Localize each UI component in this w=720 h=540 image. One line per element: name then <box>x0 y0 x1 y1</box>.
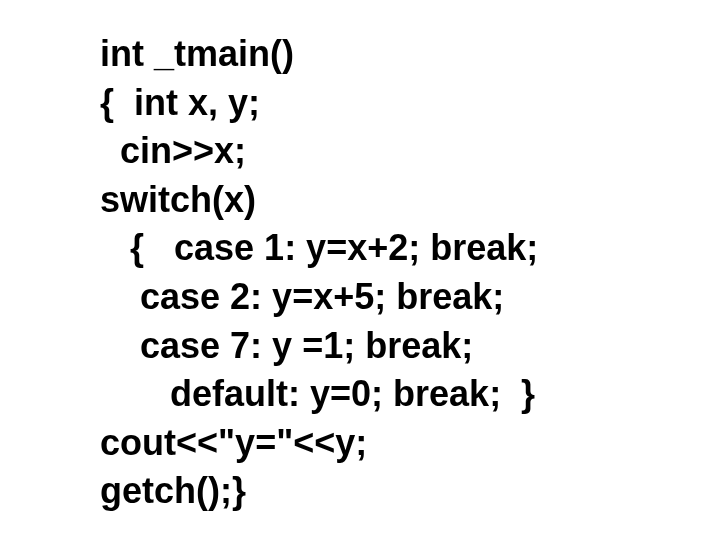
code-line-2: { int x, y; <box>100 79 720 128</box>
code-line-8: default: y=0; break; } <box>100 370 720 419</box>
code-line-6: case 2: y=x+5; break; <box>100 273 720 322</box>
code-line-3: cin>>x; <box>100 127 720 176</box>
code-line-1: int _tmain() <box>100 30 720 79</box>
code-line-9: cout<<"y="<<y; <box>100 419 720 468</box>
code-line-7: case 7: y =1; break; <box>100 322 720 371</box>
code-line-4: switch(x) <box>100 176 720 225</box>
code-line-5: { case 1: y=x+2; break; <box>100 224 720 273</box>
code-line-10: getch();} <box>100 467 720 516</box>
code-block: int _tmain() { int x, y; cin>>x; switch(… <box>100 30 720 516</box>
